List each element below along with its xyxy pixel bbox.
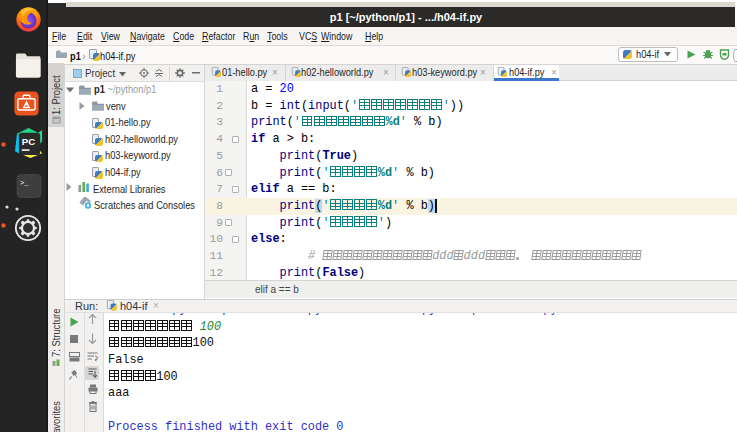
- svg-text:>_: >_: [20, 179, 29, 187]
- svg-text:PC: PC: [22, 136, 35, 147]
